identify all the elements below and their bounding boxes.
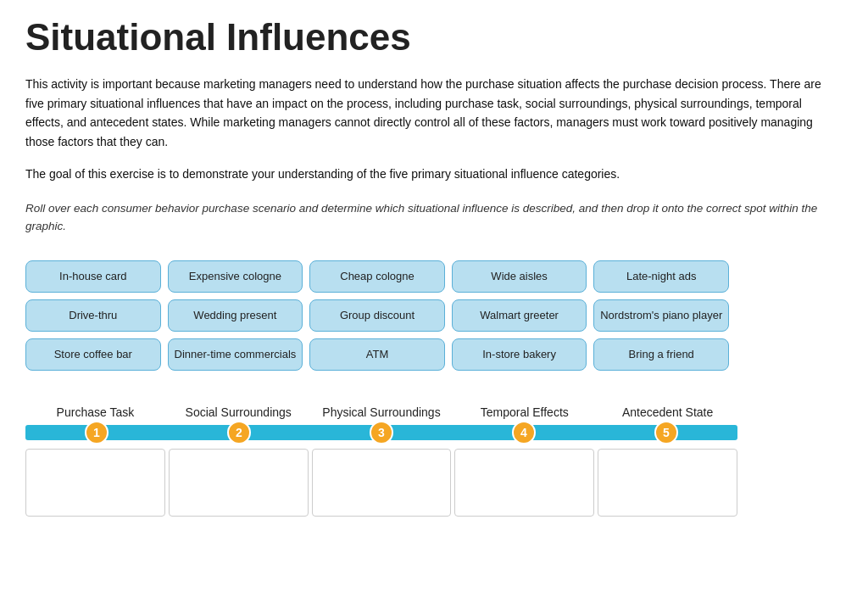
- drag-item-late-night-ads[interactable]: Late-night ads: [593, 260, 729, 293]
- drag-item-store-coffee-bar[interactable]: Store coffee bar: [25, 338, 161, 371]
- timeline-dot-social-surroundings: 2: [227, 421, 251, 444]
- drag-items-grid: In-house cardExpensive cologneCheap colo…: [25, 260, 729, 371]
- drag-item-in-house-card[interactable]: In-house card: [25, 260, 161, 293]
- categories-section: Purchase TaskSocial SurroundingsPhysical…: [25, 405, 737, 517]
- drop-zones-row: [25, 449, 737, 517]
- instruction-text: Roll over each consumer behavior purchas…: [25, 200, 843, 235]
- drag-item-bring-a-friend[interactable]: Bring a friend: [593, 338, 729, 371]
- drag-item-expensive-cologne[interactable]: Expensive cologne: [168, 260, 303, 293]
- timeline-dot-antecedent-state: 5: [654, 421, 678, 444]
- intro-paragraph: This activity is important because marke…: [25, 75, 843, 151]
- drop-zone-antecedent-state[interactable]: [598, 449, 737, 517]
- goal-paragraph: The goal of this exercise is to demonstr…: [25, 165, 843, 183]
- drag-item-dinner-time-commercials[interactable]: Dinner-time commercials: [168, 338, 303, 371]
- category-label-physical-surroundings: Physical Surroundings: [312, 405, 452, 420]
- category-label-antecedent-state: Antecedent State: [598, 405, 737, 420]
- timeline-bar: 12345: [25, 425, 737, 440]
- category-label-purchase-task: Purchase Task: [25, 405, 165, 420]
- category-label-temporal-effects: Temporal Effects: [454, 405, 594, 420]
- timeline-dot-temporal-effects: 4: [512, 421, 536, 444]
- drop-zone-temporal-effects[interactable]: [454, 449, 594, 517]
- drop-zone-purchase-task[interactable]: [25, 449, 165, 517]
- drag-item-wedding-present[interactable]: Wedding present: [168, 299, 303, 332]
- category-labels-row: Purchase TaskSocial SurroundingsPhysical…: [25, 405, 737, 420]
- timeline-dot-physical-surroundings: 3: [370, 421, 393, 444]
- drop-zone-social-surroundings[interactable]: [169, 449, 309, 517]
- drag-item-wide-aisles[interactable]: Wide aisles: [452, 260, 587, 293]
- timeline-dot-purchase-task: 1: [85, 421, 108, 444]
- drag-item-walmart-greeter[interactable]: Walmart greeter: [452, 299, 587, 332]
- drag-item-cheap-cologne[interactable]: Cheap cologne: [309, 260, 445, 293]
- drop-zone-physical-surroundings[interactable]: [312, 449, 452, 517]
- drag-item-drive-thru[interactable]: Drive-thru: [25, 299, 161, 332]
- drag-item-group-discount[interactable]: Group discount: [309, 299, 445, 332]
- drag-item-in-store-bakery[interactable]: In-store bakery: [452, 338, 587, 371]
- drag-item-nordstroms-piano-player[interactable]: Nordstrom's piano player: [593, 299, 729, 332]
- category-label-social-surroundings: Social Surroundings: [169, 405, 309, 420]
- page-title: Situational Influences: [25, 17, 843, 58]
- drag-item-atm[interactable]: ATM: [309, 338, 445, 371]
